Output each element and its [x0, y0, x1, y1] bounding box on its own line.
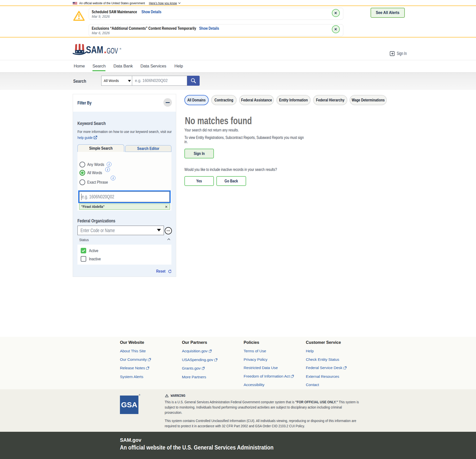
- svg-text:SAM: SAM: [86, 44, 103, 55]
- svg-text:®: ®: [120, 47, 121, 50]
- svg-text:GOV: GOV: [107, 46, 118, 55]
